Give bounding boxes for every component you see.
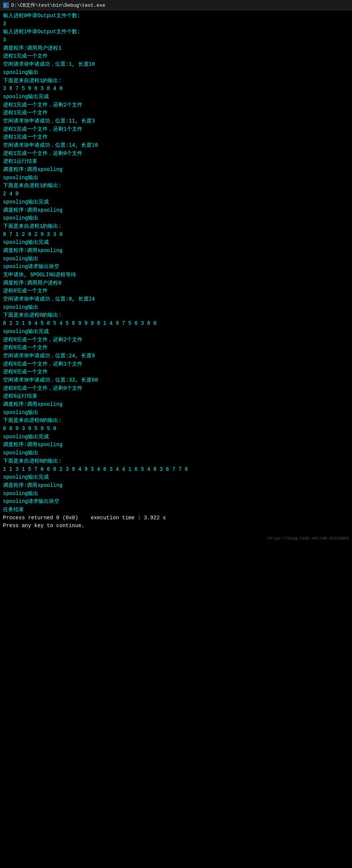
console-line: spooling输出完成 bbox=[3, 328, 349, 336]
console-line: 3 bbox=[3, 36, 349, 44]
console-line: 进程1完成一个文件，还剩2个文件 bbox=[3, 101, 349, 109]
console-line: 输入进程0申请Output文件个数: bbox=[3, 12, 349, 20]
console-line: 下面是来自进程1的输出: bbox=[3, 182, 349, 190]
console-line: 下面是来自进程1的输出: bbox=[3, 223, 349, 231]
console-line: 调度程序:调用spooling bbox=[3, 482, 349, 490]
console-line: 8 2 3 1 9 4 5 8 5 4 5 8 9 9 9 8 1 4 9 7 … bbox=[3, 320, 349, 328]
console-line: 2 4 0 bbox=[3, 190, 349, 198]
console-area: 输入进程0申请Output文件个数:3输入进程1申请Output文件个数:3调度… bbox=[0, 10, 352, 532]
svg-text:C: C bbox=[4, 3, 6, 7]
console-line: spooling输出 bbox=[3, 255, 349, 263]
console-line: spooling请求输出块空 bbox=[3, 498, 349, 506]
console-line: 进程0完成一个文件，还剩0个文件 bbox=[3, 385, 349, 393]
console-line: 下面是来自进程0的输出: bbox=[3, 311, 349, 320]
console-line: 空闲请求块申请成功，位置:33, 长度60 bbox=[3, 376, 349, 385]
console-line: spooling输出 bbox=[3, 214, 349, 223]
title-bar: C D:\CB文件\test\bin\Debug\test.exe bbox=[0, 0, 352, 10]
console-line: 无申请块, SPOOLING进程等待 bbox=[3, 271, 349, 279]
console-line: spooling输出完成 bbox=[3, 473, 349, 482]
console-line: 调度程序:调用spooling bbox=[3, 166, 349, 174]
console-line: 输入进程1申请Output文件个数: bbox=[3, 28, 349, 36]
console-line: 进程1完成一个文件，还剩0个文件 bbox=[3, 150, 349, 158]
console-line: Process returned 0 (0x0) execution time … bbox=[3, 514, 349, 522]
console-line: spooling输出 bbox=[3, 174, 349, 182]
console-line: spooling输出完成 bbox=[3, 198, 349, 206]
console-line: 下面是来自进程0的输出: bbox=[3, 457, 349, 466]
console-line: 下面是来自进程1的输出: bbox=[3, 77, 349, 85]
console-line: spooling输出 bbox=[3, 449, 349, 457]
console-line: 空闲请求块申请成功，位置:14, 长度10 bbox=[3, 141, 349, 150]
watermark: https://blog.csdn.net/m0_52226803 bbox=[0, 535, 352, 542]
console-line: 进程1完成一个文件 bbox=[3, 133, 349, 141]
console-line: spooling输出完成 bbox=[3, 433, 349, 441]
console-line: 进程0完成一个文件 bbox=[3, 287, 349, 295]
window-title: D:\CB文件\test\bin\Debug\test.exe bbox=[11, 2, 105, 9]
console-line: spooling请求输出块空 bbox=[3, 263, 349, 271]
console-line: 进程1完成一个文件，还剩1个文件 bbox=[3, 125, 349, 134]
console-line: 3 bbox=[3, 20, 349, 28]
console-line: spooling输出 bbox=[3, 409, 349, 417]
console-line: 空闲请求块申请成功，位置:1, 长度10 bbox=[3, 60, 349, 69]
console-line: 下面是来自进程0的输出: bbox=[3, 417, 349, 425]
console-line: 进程0运行结束 bbox=[3, 392, 349, 401]
console-line: 8 7 1 2 9 2 9 3 3 0 bbox=[3, 231, 349, 239]
console-line: 调度程序:调用用户进程1 bbox=[3, 44, 349, 53]
console-line: spooling输出 bbox=[3, 69, 349, 77]
console-line: 空闲请求块申请成功，位置:0, 长度24 bbox=[3, 295, 349, 304]
console-line: 1 1 3 1 5 7 6 6 6 2 3 9 4 9 3 4 6 3 4 4 … bbox=[3, 466, 349, 474]
console-line: 调度程序:调用spooling bbox=[3, 206, 349, 215]
console-line: 调度程序:调用用户进程0 bbox=[3, 279, 349, 287]
console-line: Press any key to continue. bbox=[3, 522, 349, 530]
console-line: 进程0完成一个文件，还剩1个文件 bbox=[3, 360, 349, 368]
console-line: 进程1完成一个文件 bbox=[3, 109, 349, 117]
console-line: 进程0完成一个文件，还剩2个文件 bbox=[3, 336, 349, 344]
console-line: 调度程序:调用spooling bbox=[3, 247, 349, 255]
console-line: spooling输出完成 bbox=[3, 239, 349, 247]
console-line: 空闲请求块申请成功，位置:24, 长度9 bbox=[3, 352, 349, 360]
console-line: 进程0完成一个文件 bbox=[3, 368, 349, 376]
console-line: 6 8 9 3 9 5 9 5 0 bbox=[3, 425, 349, 433]
console-line: 进程1运行结束 bbox=[3, 158, 349, 166]
console-line: spooling输出 bbox=[3, 490, 349, 498]
window-icon: C bbox=[3, 2, 9, 8]
console-line: spooling输出 bbox=[3, 304, 349, 312]
console-line: 任务结束 bbox=[3, 506, 349, 514]
console-line: 空闲请求块申请成功，位置:11, 长度3 bbox=[3, 117, 349, 125]
console-line: 进程1完成一个文件 bbox=[3, 52, 349, 60]
console-line: 调度程序:调用spooling bbox=[3, 441, 349, 449]
console-line: 调度程序:调用spooling bbox=[3, 401, 349, 409]
console-line: 3 8 7 5 9 6 3 8 4 0 bbox=[3, 85, 349, 93]
console-line: 进程0完成一个文件 bbox=[3, 344, 349, 352]
console-line: spooling输出完成 bbox=[3, 93, 349, 101]
